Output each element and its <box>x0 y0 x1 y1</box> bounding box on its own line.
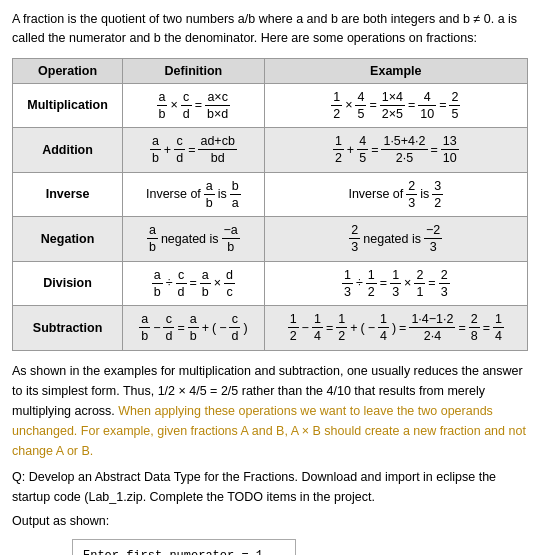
bottom-text-block: As shown in the examples for multiplicat… <box>12 361 528 531</box>
paragraph-q: Q: Develop an Abstract Data Type for the… <box>12 467 528 507</box>
def-inverse: Inverse of ab is ba <box>123 172 265 217</box>
code-line-1: Enter first numerator = 1 <box>83 546 285 556</box>
highlight-text: When applying these operations we want t… <box>12 404 526 458</box>
ex-multiplication: 12 × 45 = 1×42×5 = 410 = 25 <box>264 83 527 128</box>
table-row: Inverse Inverse of ab is ba Inverse of 2… <box>13 172 528 217</box>
def-negation: ab negated is −ab <box>123 217 265 262</box>
op-negation: Negation <box>13 217 123 262</box>
paragraph-1: As shown in the examples for multiplicat… <box>12 361 528 461</box>
col-header-example: Example <box>264 58 527 83</box>
ex-division: 13 ÷ 12 = 13 × 21 = 23 <box>264 261 527 306</box>
table-row: Negation ab negated is −ab 23 negated is… <box>13 217 528 262</box>
op-addition: Addition <box>13 128 123 173</box>
op-multiplication: Multiplication <box>13 83 123 128</box>
op-inverse: Inverse <box>13 172 123 217</box>
table-row: Addition ab + cd = ad+cbbd 12 + 45 = 1·5… <box>13 128 528 173</box>
def-subtraction: ab − cd = ab + ( − cd ) <box>123 306 265 351</box>
col-header-operation: Operation <box>13 58 123 83</box>
def-addition: ab + cd = ad+cbbd <box>123 128 265 173</box>
ex-addition: 12 + 45 = 1·5+4·22·5 = 1310 <box>264 128 527 173</box>
def-multiplication: ab × cd = a×cb×d <box>123 83 265 128</box>
ex-negation: 23 negated is −23 <box>264 217 527 262</box>
table-row: Subtraction ab − cd = ab + ( − cd ) 12 <box>13 306 528 351</box>
table-row: Division ab ÷ cd = ab × dc 13 ÷ 12 = <box>13 261 528 306</box>
ex-subtraction: 12 − 14 = 12 + ( − 14 ) = 1·4−1·22·4 = 2… <box>264 306 527 351</box>
operations-table: Operation Definition Example Multiplicat… <box>12 58 528 351</box>
code-output-box: Enter first numerator = 1 Enter first de… <box>72 539 296 556</box>
ex-inverse: Inverse of 23 is 32 <box>264 172 527 217</box>
op-division: Division <box>13 261 123 306</box>
def-division: ab ÷ cd = ab × dc <box>123 261 265 306</box>
col-header-definition: Definition <box>123 58 265 83</box>
op-subtraction: Subtraction <box>13 306 123 351</box>
intro-paragraph: A fraction is the quotient of two number… <box>12 10 528 48</box>
output-label: Output as shown: <box>12 511 528 531</box>
table-row: Multiplication ab × cd = a×cb×d 12 × 45 … <box>13 83 528 128</box>
